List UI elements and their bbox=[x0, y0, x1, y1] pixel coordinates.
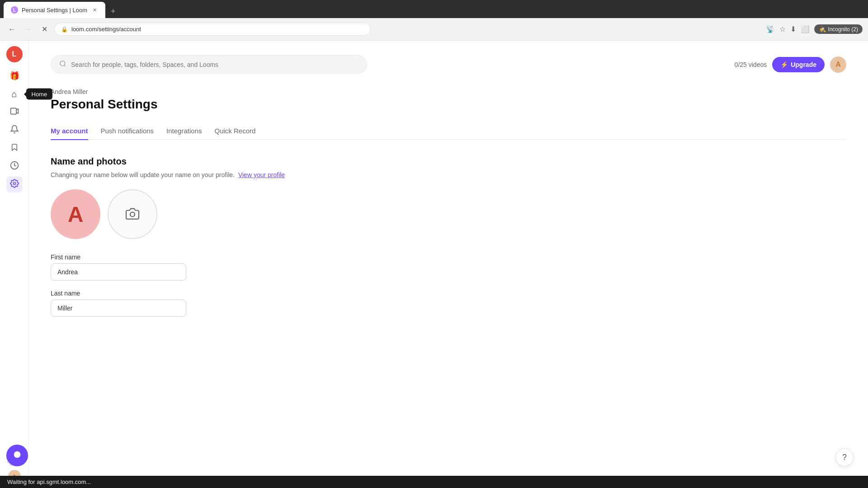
home-tooltip: Home bbox=[26, 89, 53, 100]
cast-icon[interactable]: 📡 bbox=[766, 25, 775, 33]
address-text: loom.com/settings/account bbox=[71, 26, 141, 33]
upgrade-label: Upgrade bbox=[791, 61, 816, 68]
incognito-label: Incognito (2) bbox=[828, 26, 858, 33]
app-layout: L 🎁 ⌂ Home bbox=[0, 41, 868, 488]
top-bar: 0/25 videos ⚡ Upgrade A bbox=[51, 55, 846, 74]
sidebar-workspace-avatar[interactable]: L bbox=[6, 46, 23, 62]
video-count: 0/25 videos bbox=[735, 61, 767, 68]
svg-point-2 bbox=[13, 182, 15, 184]
download-icon[interactable]: ⬇ bbox=[790, 25, 796, 33]
address-bar[interactable]: 🔒 loom.com/settings/account bbox=[54, 23, 371, 36]
sidebar-item-bell[interactable] bbox=[6, 122, 23, 138]
avatar-circle: A bbox=[51, 189, 100, 239]
search-input[interactable] bbox=[71, 61, 359, 68]
tab-integrations[interactable]: Integrations bbox=[166, 122, 202, 140]
toolbar-right: 📡 ☆ ⬇ ⬜ 🕵 Incognito (2) bbox=[766, 24, 863, 34]
gift-icon: 🎁 bbox=[9, 71, 19, 81]
record-button[interactable] bbox=[6, 445, 28, 466]
status-text: Waiting for api.sgmt.loom.com... bbox=[7, 479, 91, 485]
sidebar-item-settings[interactable] bbox=[6, 176, 23, 192]
tabs-bar: My account Push notifications Integratio… bbox=[51, 122, 846, 140]
last-name-group: Last name bbox=[51, 290, 186, 317]
nav-reload-button[interactable]: ✕ bbox=[38, 23, 51, 36]
status-bar: Waiting for api.sgmt.loom.com... bbox=[0, 476, 868, 488]
incognito-badge: 🕵 Incognito (2) bbox=[814, 24, 863, 34]
svg-line-4 bbox=[64, 65, 66, 66]
section-title: Name and photos bbox=[51, 156, 846, 167]
search-bar[interactable] bbox=[51, 55, 367, 74]
settings-icon bbox=[10, 179, 19, 190]
page-header: Andrea Miller Personal Settings bbox=[51, 88, 846, 112]
tab-title: Personal Settings | Loom bbox=[22, 7, 87, 14]
tab-close-icon[interactable]: ✕ bbox=[91, 6, 98, 14]
clock-icon bbox=[10, 161, 19, 172]
section-description: Changing your name below will update you… bbox=[51, 171, 846, 178]
upgrade-button[interactable]: ⚡ Upgrade bbox=[772, 57, 825, 72]
first-name-input[interactable] bbox=[51, 263, 186, 281]
search-icon bbox=[59, 60, 66, 69]
browser-chrome: L Personal Settings | Loom ✕ + bbox=[0, 0, 868, 18]
camera-icon bbox=[125, 207, 140, 221]
sidebar-item-bookmark[interactable] bbox=[6, 140, 23, 156]
nav-back-button[interactable]: ← bbox=[5, 23, 18, 36]
view-profile-link[interactable]: View your profile bbox=[238, 171, 285, 178]
last-name-label: Last name bbox=[51, 290, 186, 297]
lock-icon: 🔒 bbox=[61, 26, 68, 33]
video-icon bbox=[10, 107, 19, 117]
bookmark-icon bbox=[10, 143, 19, 154]
svg-rect-0 bbox=[10, 108, 16, 114]
sidebar-item-gift[interactable]: 🎁 bbox=[6, 68, 23, 84]
sidebar-item-video[interactable] bbox=[6, 104, 23, 120]
record-icon bbox=[12, 450, 22, 462]
first-name-label: First name bbox=[51, 253, 186, 261]
first-name-group: First name bbox=[51, 253, 186, 281]
avatar-row: A bbox=[51, 189, 846, 239]
tab-quick-record[interactable]: Quick Record bbox=[214, 122, 255, 140]
home-icon: ⌂ bbox=[11, 89, 17, 99]
last-name-input[interactable] bbox=[51, 300, 186, 317]
sidebar: L 🎁 ⌂ Home bbox=[0, 41, 29, 488]
bell-icon bbox=[10, 125, 19, 136]
upgrade-icon: ⚡ bbox=[780, 61, 788, 68]
top-bar-right: 0/25 videos ⚡ Upgrade A bbox=[735, 56, 846, 73]
incognito-icon: 🕵 bbox=[819, 26, 826, 33]
main-content: 0/25 videos ⚡ Upgrade A Andrea Miller Pe… bbox=[29, 41, 868, 488]
new-tab-button[interactable]: + bbox=[107, 5, 119, 18]
name-and-photos-section: Name and photos Changing your name below… bbox=[51, 156, 846, 317]
avatar-upload-button[interactable] bbox=[108, 189, 157, 239]
section-description-text: Changing your name below will update you… bbox=[51, 171, 235, 178]
sidebar-item-home[interactable]: ⌂ Home bbox=[6, 86, 23, 102]
extensions-icon[interactable]: ⬜ bbox=[801, 25, 810, 33]
nav-forward-button[interactable]: → bbox=[22, 23, 34, 36]
star-icon[interactable]: ☆ bbox=[779, 25, 786, 33]
page-username: Andrea Miller bbox=[51, 88, 846, 95]
svg-point-5 bbox=[130, 212, 135, 216]
svg-point-6 bbox=[14, 451, 21, 458]
user-avatar-top[interactable]: A bbox=[830, 56, 846, 73]
browser-tab-active[interactable]: L Personal Settings | Loom ✕ bbox=[4, 2, 105, 18]
page-title: Personal Settings bbox=[51, 97, 846, 112]
help-button[interactable]: ? bbox=[835, 448, 854, 466]
tab-favicon: L bbox=[11, 6, 18, 14]
sidebar-item-clock[interactable] bbox=[6, 158, 23, 174]
browser-toolbar: ← → ✕ 🔒 loom.com/settings/account 📡 ☆ ⬇ … bbox=[0, 18, 868, 41]
tab-push-notifications[interactable]: Push notifications bbox=[101, 122, 154, 140]
svg-point-3 bbox=[60, 61, 65, 66]
tab-my-account[interactable]: My account bbox=[51, 122, 88, 140]
